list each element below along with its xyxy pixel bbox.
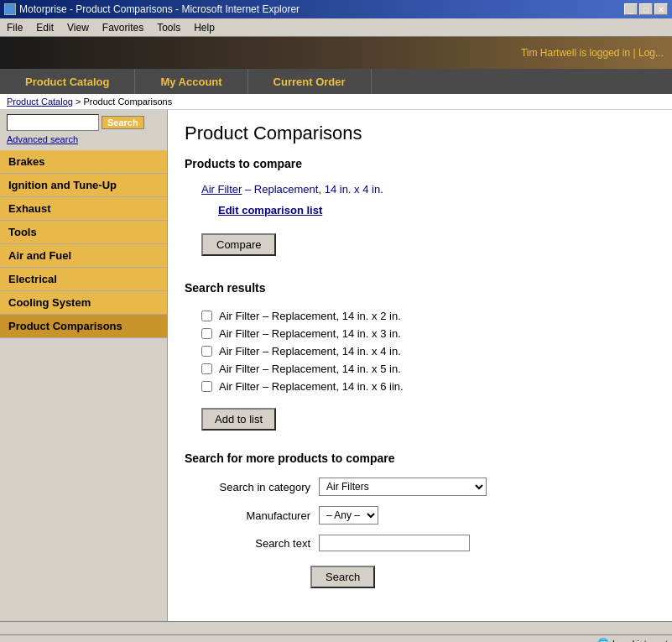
result-checkbox-1[interactable] — [201, 328, 212, 339]
sidebar-item-comparisons[interactable]: Product Comparisons — [0, 315, 167, 338]
window-icon — [4, 3, 16, 15]
statusbar-zone-icon: 🌐 — [597, 638, 609, 642]
result-item-3: Air Filter – Replacement, 14 in. x 5 in. — [201, 360, 638, 378]
result-item-4: Air Filter – Replacement, 14 in. x 6 iin… — [201, 378, 638, 395]
result-checkbox-3[interactable] — [201, 363, 212, 374]
search-button[interactable]: Search — [102, 116, 144, 129]
top-nav: Product Catalog My Account Current Order — [0, 69, 672, 94]
header-area: Tim Hartwell is logged in | Log... — [0, 37, 672, 69]
search-text-label: Search text — [201, 537, 310, 550]
sidebar-item-ignition[interactable]: Ignition and Tune-Up — [0, 174, 167, 197]
breadcrumb: Product Catalog > Product Comparisons — [0, 94, 672, 110]
result-item-0: Air Filter – Replacement, 14 in. x 2 in. — [201, 307, 638, 325]
products-section-title: Products to compare — [185, 157, 655, 170]
result-label-2: Air Filter – Replacement, 14 in. x 4 in. — [219, 345, 401, 358]
manufacturer-label: Manufacturer — [201, 509, 310, 522]
result-item-1: Air Filter – Replacement, 14 in. x 3 in. — [201, 325, 638, 342]
search-submit-button[interactable]: Search — [310, 566, 375, 588]
menu-favorites[interactable]: Favorites — [96, 20, 150, 35]
compare-button[interactable]: Compare — [201, 233, 276, 256]
sidebar-search: Search Advanced search — [0, 110, 167, 146]
menu-view[interactable]: View — [60, 20, 96, 35]
window-titlebar: Motorprise - Product Comparisons - Micro… — [0, 0, 672, 18]
logged-in-text: Tim Hartwell is logged in | Log... — [521, 47, 664, 59]
manufacturer-select[interactable]: – Any – — [319, 506, 378, 525]
manufacturer-row: Manufacturer – Any – — [185, 506, 655, 525]
result-label-0: Air Filter – Replacement, 14 in. x 2 in. — [219, 310, 401, 322]
category-label: Search in category — [201, 481, 310, 493]
compare-item-detail: – Replacement, 14 in. x 4 in. — [242, 183, 383, 196]
compare-item-link[interactable]: Air Filter — [201, 183, 242, 196]
sidebar-item-cooling[interactable]: Cooling System — [0, 291, 167, 315]
top-nav-account[interactable]: My Account — [135, 69, 247, 94]
result-checkbox-4[interactable] — [201, 381, 212, 392]
menu-edit[interactable]: Edit — [29, 20, 60, 35]
search-text-row: Search text — [185, 535, 655, 551]
result-label-4: Air Filter – Replacement, 14 in. x 6 iin… — [219, 380, 404, 393]
sidebar-item-exhaust[interactable]: Exhaust — [0, 197, 167, 221]
menu-help[interactable]: Help — [187, 20, 221, 35]
minimize-btn[interactable]: _ — [624, 3, 638, 15]
search-results-title: Search results — [185, 281, 655, 295]
page-title: Product Comparisons — [185, 123, 655, 144]
sidebar-nav: Brakes Ignition and Tune-Up Exhaust Tool… — [0, 150, 167, 338]
statusbar-zone-text: Local intranet — [612, 639, 668, 643]
content-area: Product Comparisons Products to compare … — [168, 110, 672, 621]
statusbar: 🌐 Local intranet — [0, 634, 672, 642]
advanced-search-link[interactable]: Advanced search — [7, 133, 160, 146]
sidebar-item-tools[interactable]: Tools — [0, 221, 167, 244]
sidebar-item-air-fuel[interactable]: Air and Fuel — [0, 244, 167, 268]
main-layout: Search Advanced search Brakes Ignition a… — [0, 110, 672, 621]
search-more-title: Search for more products to compare — [185, 451, 655, 465]
window-controls[interactable]: _ □ ✕ — [624, 3, 668, 15]
menu-bar: File Edit View Favorites Tools Help — [0, 18, 672, 37]
result-label-1: Air Filter – Replacement, 14 in. x 3 in. — [219, 327, 401, 340]
sidebar: Search Advanced search Brakes Ignition a… — [0, 110, 168, 621]
result-item-2: Air Filter – Replacement, 14 in. x 4 in. — [201, 342, 638, 360]
scroll-area — [0, 621, 672, 634]
breadcrumb-catalog-link[interactable]: Product Catalog — [7, 97, 73, 107]
add-to-list-button[interactable]: Add to list — [201, 408, 276, 431]
statusbar-zone: 🌐 Local intranet — [597, 638, 668, 642]
close-btn[interactable]: ✕ — [654, 3, 668, 15]
sidebar-item-electrical[interactable]: Electrical — [0, 268, 167, 291]
category-row: Search in category Air Filters Oil Filte… — [185, 478, 655, 496]
menu-tools[interactable]: Tools — [150, 20, 187, 35]
result-checkbox-0[interactable] — [201, 311, 212, 321]
breadcrumb-separator: > — [76, 97, 83, 107]
maximize-btn[interactable]: □ — [639, 3, 653, 15]
breadcrumb-current: Product Comparisons — [83, 97, 172, 107]
search-input[interactable] — [7, 114, 99, 131]
sidebar-item-brakes[interactable]: Brakes — [0, 150, 167, 174]
edit-comparison-link[interactable]: Edit comparison list — [201, 200, 339, 221]
result-label-3: Air Filter – Replacement, 14 in. x 5 in. — [219, 363, 401, 375]
search-text-input[interactable] — [319, 535, 470, 551]
top-nav-catalog[interactable]: Product Catalog — [0, 69, 135, 94]
result-checkbox-2[interactable] — [201, 346, 212, 357]
results-list: Air Filter – Replacement, 14 in. x 2 in.… — [185, 303, 655, 399]
top-nav-order[interactable]: Current Order — [248, 69, 372, 94]
compare-item: Air Filter – Replacement, 14 in. x 4 in. — [185, 179, 655, 200]
menu-file[interactable]: File — [0, 20, 29, 35]
category-select[interactable]: Air Filters Oil Filters Fuel Filters — [319, 478, 487, 496]
window-title: Motorprise - Product Comparisons - Micro… — [19, 3, 300, 15]
